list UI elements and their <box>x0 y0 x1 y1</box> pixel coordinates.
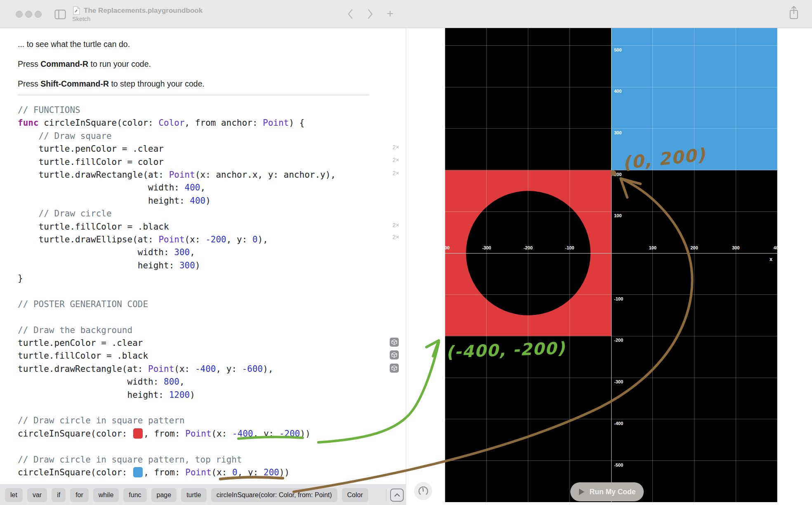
gridline-horizontal <box>445 294 778 295</box>
inline-color-swatch[interactable] <box>133 467 143 477</box>
intro-line-1: ... to see what the turtle can do. <box>18 40 130 49</box>
code-line[interactable]: width: 800, <box>18 376 336 388</box>
code-token: // FUNCTIONS <box>18 105 80 115</box>
code-token: -400 <box>195 364 216 374</box>
gridline-vertical <box>528 28 528 502</box>
code-line[interactable]: turtle.penColor = .clear <box>18 337 336 350</box>
cube-icon[interactable] <box>390 364 399 373</box>
gridline-vertical <box>736 28 736 502</box>
gridline-vertical <box>570 28 570 502</box>
code-line[interactable] <box>18 402 336 414</box>
keyword-button-circleinsquare-color-color-from-point[interactable]: circleInSquare(color: Color, from: Point… <box>211 488 337 502</box>
forward-button[interactable] <box>365 8 375 20</box>
code-token: 400 <box>185 183 200 193</box>
code-line[interactable]: // FUNCTIONS <box>18 104 336 117</box>
code-line[interactable]: height: 400) <box>18 195 336 207</box>
code-token: , y: <box>238 467 264 477</box>
code-line[interactable]: // Draw circle in square pattern, top ri… <box>18 453 336 466</box>
code-line[interactable]: turtle.penColor = .clear <box>18 143 336 155</box>
code-token: -200 <box>279 429 300 439</box>
code-token: , from: <box>144 467 185 477</box>
code-line[interactable]: // POSTER GENERATION CODE <box>18 298 336 311</box>
code-token: Point <box>263 118 289 128</box>
turtle-canvas: -400-300-200-100100200300400500400300200… <box>445 28 778 502</box>
code-token: turtle.fillColor = color <box>18 157 164 167</box>
code-token: circleInSquare(color: <box>18 429 132 439</box>
code-token: 0 <box>252 235 258 244</box>
keyword-button-turtle[interactable]: turtle <box>181 488 207 502</box>
code-line[interactable]: turtle.fillColor = color <box>18 156 336 169</box>
chevron-up-icon[interactable] <box>390 489 404 502</box>
minimize-window-button[interactable] <box>25 11 32 18</box>
sidebar-toggle-icon[interactable] <box>54 9 66 19</box>
inline-color-swatch[interactable] <box>133 428 143 439</box>
code-token <box>18 131 39 141</box>
code-line[interactable]: // Draw circle <box>18 207 336 220</box>
code-line[interactable]: } <box>18 272 336 285</box>
code-line[interactable]: circleInSquare(color: , from: Point(x: 0… <box>18 466 336 479</box>
code-token: , from: <box>144 429 185 439</box>
code-token: ) { <box>289 118 304 128</box>
keyword-button-if[interactable]: if <box>52 488 66 502</box>
code-line[interactable]: width: 400, <box>18 181 336 194</box>
keyword-button-color[interactable]: Color <box>342 488 368 502</box>
code-token: turtle.drawRectangle(at: <box>18 364 148 374</box>
code-line[interactable]: // Draw the background <box>18 324 336 337</box>
y-axis-tick-label: -300 <box>614 379 623 384</box>
keyword-button-page[interactable]: page <box>151 488 177 502</box>
y-axis-tick-label: -500 <box>614 463 623 467</box>
code-line[interactable]: turtle.drawRectangle(at: Point(x: anchor… <box>18 169 336 181</box>
code-token: // POSTER GENERATION CODE <box>18 299 148 309</box>
new-tab-button[interactable]: + <box>383 6 398 21</box>
code-line[interactable]: turtle.fillColor = .black <box>18 221 336 233</box>
run-count-badge: 2× <box>383 157 399 163</box>
back-button[interactable] <box>346 8 355 20</box>
code-token: (x: <box>212 429 233 439</box>
y-axis-tick-label: -200 <box>614 338 623 343</box>
code-line[interactable]: height: 1200) <box>18 389 336 402</box>
cube-icon[interactable] <box>390 338 399 347</box>
zoom-window-button[interactable] <box>35 11 42 18</box>
speed-gauge-button[interactable] <box>414 482 432 500</box>
play-icon <box>579 488 585 496</box>
code-line[interactable] <box>18 311 336 324</box>
share-icon[interactable] <box>788 5 800 21</box>
code-token: Point <box>185 429 211 439</box>
keyword-button-let[interactable]: let <box>5 488 23 502</box>
speedometer-icon <box>418 486 429 497</box>
x-axis-tick-label: 400 <box>765 245 778 250</box>
x-axis-line <box>445 253 778 254</box>
code-token: Point <box>148 364 174 374</box>
cube-icon[interactable] <box>390 350 399 359</box>
code-line[interactable] <box>18 440 336 453</box>
code-line[interactable]: height: 300) <box>18 259 336 272</box>
close-window-button[interactable] <box>16 11 23 18</box>
title-bar: The Replacements.playgroundbook Sketch + <box>0 0 812 28</box>
code-line[interactable]: func circleInSquare(color: Color, from a… <box>18 117 336 129</box>
code-editor[interactable]: // FUNCTIONSfunc circleInSquare(color: C… <box>18 104 336 479</box>
run-my-code-button[interactable]: Run My Code <box>570 482 644 501</box>
code-token: -400 <box>232 429 253 439</box>
code-token: 200 <box>264 467 279 477</box>
code-line[interactable]: // Draw square <box>18 130 336 143</box>
keyword-bar-divider <box>386 489 386 501</box>
code-line[interactable]: turtle.drawRectangle(at: Point(x: -400, … <box>18 363 336 376</box>
code-token: turtle.drawEllipse(at: <box>18 235 158 244</box>
code-token: , y: <box>216 364 242 374</box>
code-line[interactable] <box>18 285 336 298</box>
run-count-badge: 2× <box>383 234 399 240</box>
code-line[interactable]: turtle.fillColor = .black <box>18 350 336 362</box>
run-count-badge: 2× <box>383 170 399 176</box>
code-line[interactable]: turtle.drawEllipse(at: Point(x: -200, y:… <box>18 233 336 246</box>
code-line[interactable]: width: 300, <box>18 246 336 259</box>
code-line[interactable]: // Draw circle in square pattern <box>18 414 336 427</box>
gridline-vertical <box>445 28 445 502</box>
keyword-button-while[interactable]: while <box>93 488 119 502</box>
keyword-button-for[interactable]: for <box>70 488 89 502</box>
y-axis-tick-label: -100 <box>614 296 623 301</box>
keyword-button-func[interactable]: func <box>123 488 146 502</box>
keyword-button-var[interactable]: var <box>27 488 47 502</box>
code-line[interactable]: circleInSquare(color: , from: Point(x: -… <box>18 427 336 440</box>
code-token: width: <box>18 377 164 387</box>
code-token: // Draw circle <box>39 209 112 218</box>
